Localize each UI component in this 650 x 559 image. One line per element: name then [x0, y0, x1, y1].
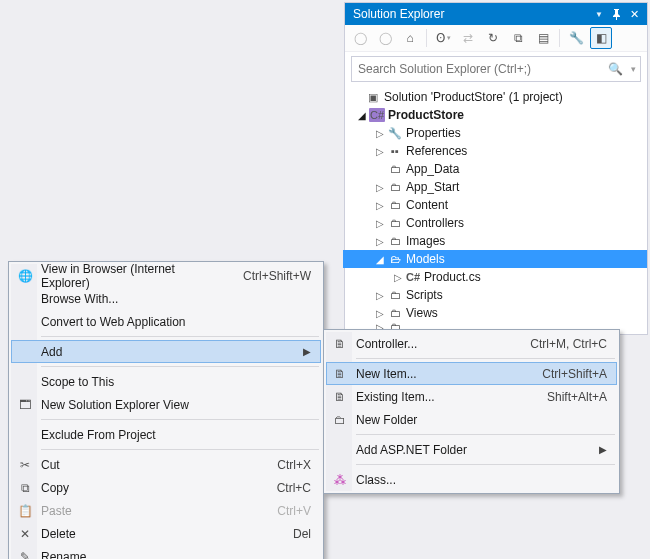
rename-icon: ✎ — [15, 550, 35, 560]
tree-properties[interactable]: ▷🔧Properties — [373, 124, 647, 142]
menu-cut[interactable]: ✂CutCtrl+X — [11, 453, 321, 476]
menu-delete[interactable]: ✕DeleteDel — [11, 522, 321, 545]
pin-icon[interactable] — [607, 5, 625, 23]
tree-scripts[interactable]: ▷🗀Scripts — [373, 286, 647, 304]
csharp-file-icon: C# — [405, 270, 421, 284]
tree-project-label: ProductStore — [388, 108, 470, 122]
submenu-controller[interactable]: 🗎Controller...Ctrl+M, Ctrl+C — [326, 332, 617, 355]
collapse-all-icon[interactable]: ⧉ — [507, 27, 529, 49]
tree-appdata[interactable]: ▷🗀App_Data — [373, 160, 647, 178]
menu-exclude[interactable]: Exclude From Project — [11, 423, 321, 446]
show-all-files-icon[interactable]: ▤ — [532, 27, 554, 49]
menu-convert[interactable]: Convert to Web Application — [11, 310, 321, 333]
class-icon: ⁂ — [330, 473, 350, 487]
copy-icon: ⧉ — [15, 481, 35, 495]
menu-copy[interactable]: ⧉CopyCtrl+C — [11, 476, 321, 499]
menu-rename[interactable]: ✎Rename — [11, 545, 321, 559]
toolbar-sep — [426, 29, 427, 47]
new-item-icon: 🗎 — [330, 367, 350, 381]
home-icon[interactable]: ⌂ — [399, 27, 421, 49]
menu-sep — [356, 434, 615, 435]
menu-sep — [356, 464, 615, 465]
chevron-right-icon[interactable]: ▷ — [373, 146, 387, 157]
chevron-down-icon[interactable]: ◢ — [355, 110, 369, 121]
back-icon[interactable]: ◯ — [349, 27, 371, 49]
add-submenu: 🗎Controller...Ctrl+M, Ctrl+C 🗎New Item..… — [323, 329, 620, 494]
submenu-new-item[interactable]: 🗎New Item...Ctrl+Shift+A — [326, 362, 617, 385]
forward-icon[interactable]: ◯ — [374, 27, 396, 49]
chevron-right-icon[interactable]: ▷ — [373, 308, 387, 319]
controller-icon: 🗎 — [330, 337, 350, 351]
menu-scope[interactable]: Scope to This — [11, 370, 321, 393]
context-menu: 🌐View in Browser (Internet Explorer)Ctrl… — [8, 261, 324, 559]
panel-dropdown-icon[interactable]: ▼ — [595, 10, 603, 19]
search-icon[interactable]: 🔍 — [604, 62, 626, 76]
tree-content[interactable]: ▷🗀Content — [373, 196, 647, 214]
preview-selected-icon[interactable]: ◧ — [590, 27, 612, 49]
menu-paste: 📋PasteCtrl+V — [11, 499, 321, 522]
tree-models[interactable]: ◢🗁Models — [343, 250, 647, 268]
chevron-right-icon[interactable]: ▷ — [391, 272, 405, 283]
chevron-right-icon[interactable]: ▷ — [373, 128, 387, 139]
pending-changes-icon[interactable]: ʘ▾ — [432, 27, 454, 49]
tree-appstart[interactable]: ▷🗀App_Start — [373, 178, 647, 196]
panel-title: Solution Explorer — [353, 7, 595, 21]
panel-toolbar: ◯ ◯ ⌂ ʘ▾ ⇄ ↻ ⧉ ▤ 🔧 ◧ — [345, 25, 647, 52]
folder-icon: 🗀 — [387, 288, 403, 302]
tree-controllers-label: Controllers — [406, 216, 470, 230]
tree-properties-label: Properties — [406, 126, 467, 140]
menu-add[interactable]: Add▶ — [11, 340, 321, 363]
tree-views-label: Views — [406, 306, 444, 320]
refresh-icon[interactable]: ↻ — [482, 27, 504, 49]
menu-sep — [41, 366, 319, 367]
globe-icon: 🌐 — [15, 269, 35, 283]
submenu-asp-folder[interactable]: Add ASP.NET Folder▶ — [326, 438, 617, 461]
toolbar-sep-2 — [559, 29, 560, 47]
submenu-arrow-icon: ▶ — [599, 444, 607, 455]
tree-views[interactable]: ▷🗀Views — [373, 304, 647, 322]
tree-appdata-label: App_Data — [406, 162, 465, 176]
tree-solution-label: Solution 'ProductStore' (1 project) — [384, 90, 569, 104]
folder-icon: 🗀 — [387, 234, 403, 248]
tree-project[interactable]: ◢C# ProductStore — [355, 106, 647, 124]
submenu-class[interactable]: ⁂Class... — [326, 468, 617, 491]
tree-product-cs[interactable]: ▷C#Product.cs — [391, 268, 647, 286]
chevron-right-icon[interactable]: ▷ — [373, 290, 387, 301]
tree-references-label: References — [406, 144, 473, 158]
close-icon[interactable]: ✕ — [625, 5, 643, 23]
submenu-new-folder[interactable]: 🗀New Folder — [326, 408, 617, 431]
search-bar[interactable]: 🔍 ▾ — [351, 56, 641, 82]
menu-sep — [356, 358, 615, 359]
tree-images-label: Images — [406, 234, 451, 248]
menu-new-view[interactable]: 🗔New Solution Explorer View — [11, 393, 321, 416]
delete-icon: ✕ — [15, 527, 35, 541]
search-dropdown-icon[interactable]: ▾ — [626, 64, 640, 74]
chevron-right-icon[interactable]: ▷ — [373, 182, 387, 193]
wrench-icon: 🔧 — [387, 126, 403, 140]
folder-open-icon: 🗁 — [387, 252, 403, 266]
solution-tree: ▶ Solution 'ProductStore' (1 project) ◢C… — [345, 86, 647, 334]
menu-browse-with[interactable]: Browse With... — [11, 287, 321, 310]
chevron-right-icon[interactable]: ▷ — [373, 236, 387, 247]
paste-icon: 📋 — [15, 504, 35, 518]
panel-titlebar: Solution Explorer ▼ ✕ — [345, 3, 647, 25]
tree-solution[interactable]: ▶ Solution 'ProductStore' (1 project) — [351, 88, 647, 106]
tree-images[interactable]: ▷🗀Images — [373, 232, 647, 250]
folder-icon: 🗀 — [387, 306, 403, 320]
submenu-existing-item[interactable]: 🗎Existing Item...Shift+Alt+A — [326, 385, 617, 408]
solution-icon — [365, 90, 381, 104]
chevron-down-icon[interactable]: ◢ — [373, 254, 387, 265]
chevron-right-icon[interactable]: ▷ — [373, 218, 387, 229]
references-icon: ▪▪ — [387, 144, 403, 158]
new-view-icon: 🗔 — [15, 398, 35, 412]
folder-icon: 🗀 — [387, 180, 403, 194]
solution-explorer-panel: Solution Explorer ▼ ✕ ◯ ◯ ⌂ ʘ▾ ⇄ ↻ ⧉ ▤ 🔧… — [344, 2, 648, 335]
tree-references[interactable]: ▷▪▪References — [373, 142, 647, 160]
tree-controllers[interactable]: ▷🗀Controllers — [373, 214, 647, 232]
menu-sep — [41, 336, 319, 337]
search-input[interactable] — [352, 62, 604, 76]
menu-view-in-browser[interactable]: 🌐View in Browser (Internet Explorer)Ctrl… — [11, 264, 321, 287]
properties-icon[interactable]: 🔧 — [565, 27, 587, 49]
sync-icon[interactable]: ⇄ — [457, 27, 479, 49]
chevron-right-icon[interactable]: ▷ — [373, 200, 387, 211]
